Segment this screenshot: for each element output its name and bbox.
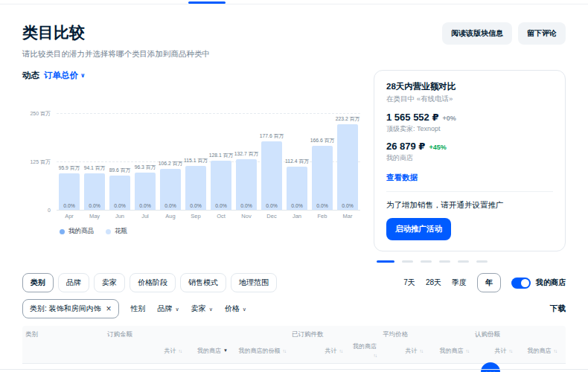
toggle-switch[interactable] bbox=[511, 278, 531, 289]
chart-bar-aug[interactable]: 106.2 百万0.0% bbox=[158, 114, 183, 210]
chart-bar-jun[interactable]: 89.6 百万0.0% bbox=[107, 114, 132, 210]
chart-bar-may[interactable]: 94.1 百万0.0% bbox=[82, 114, 107, 210]
sort-icon[interactable]: ↑↓ bbox=[466, 348, 470, 354]
filter-row-secondary: 类别: 装饰和房间内饰 × 性别 品牌∨卖家∨价格∨ 下载 bbox=[22, 299, 566, 318]
chart-bar-jul[interactable]: 96.3 百万0.0% bbox=[132, 114, 158, 210]
table-subheader-7[interactable]: 共计↑↓ bbox=[472, 342, 515, 360]
x-axis-label: Nov bbox=[234, 213, 259, 219]
top-nav bbox=[0, 0, 588, 4]
download-button[interactable]: 下载 bbox=[550, 304, 566, 314]
chart-bar-nov[interactable]: 132.7 百万0.0% bbox=[234, 114, 259, 210]
card-title: 28天内营业额对比 bbox=[386, 81, 553, 92]
period-0[interactable]: 7天 bbox=[403, 278, 415, 288]
page-header: 类目比较 阅读该版块信息 留下评论 bbox=[22, 22, 566, 45]
carousel-dot-2[interactable] bbox=[421, 260, 432, 263]
table-subheader-1[interactable]: 我的商店▼ bbox=[185, 342, 231, 360]
period-3[interactable]: 年 bbox=[477, 273, 501, 292]
legend-label: 花瓶 bbox=[115, 227, 127, 236]
dropdown-label: 卖家 bbox=[191, 304, 206, 314]
close-icon[interactable]: × bbox=[106, 304, 112, 313]
read-section-info-button[interactable]: 阅读该版块信息 bbox=[442, 22, 512, 45]
filter-tab-2[interactable]: 卖家 bbox=[94, 273, 125, 292]
subheader-label: 我的商店 bbox=[440, 347, 464, 355]
filter-tab-4[interactable]: 销售模式 bbox=[180, 273, 226, 292]
bar-fill bbox=[236, 159, 257, 210]
sort-icon[interactable]: ↑↓ bbox=[554, 348, 557, 354]
sort-icon[interactable]: ↑↓ bbox=[420, 348, 424, 354]
chart-bar-mar[interactable]: 223.2 百万0.0% bbox=[335, 114, 360, 210]
carousel-dot-1[interactable] bbox=[402, 260, 413, 263]
chart-bar-oct[interactable]: 128.1 百万0.0% bbox=[208, 114, 234, 210]
table-group-header-4: 认购份额 bbox=[472, 330, 560, 342]
bar-fill bbox=[337, 124, 358, 210]
sort-icon[interactable]: ▼ bbox=[223, 348, 228, 354]
period-selector: 7天28天季度年 bbox=[403, 273, 501, 292]
top-seller-row: 1 565 552 ₽ +0% bbox=[386, 112, 553, 123]
subheader-label: 我的商店 bbox=[197, 347, 221, 355]
table-subheader-3[interactable]: 共计↑↓ bbox=[289, 342, 345, 360]
subheader-label: 共计 bbox=[325, 347, 337, 355]
sort-icon[interactable]: ↑↓ bbox=[509, 348, 513, 354]
active-tab-indicator bbox=[188, 1, 226, 4]
filter-dropdown-1[interactable]: 卖家∨ bbox=[191, 304, 213, 314]
x-axis-label: Jul bbox=[132, 213, 158, 219]
bar-value-label: 115.1 百万 bbox=[184, 157, 208, 164]
legend-label: 我的商品 bbox=[68, 227, 94, 236]
my-shop-delta: +45% bbox=[429, 144, 446, 151]
period-1[interactable]: 28天 bbox=[426, 278, 441, 288]
my-shop-row: 26 879 ₽ +45% bbox=[386, 141, 553, 152]
top-seller-delta: +0% bbox=[443, 115, 456, 122]
legend-item-0[interactable]: 我的商品 bbox=[60, 227, 94, 236]
my-shop-toggle[interactable]: 我的商店 bbox=[511, 278, 566, 289]
bar-chart: 250 百万125 百万0 95.9 百万0.0%94.1 百万0.0%89.6… bbox=[22, 114, 360, 211]
x-axis-label: Jun bbox=[107, 213, 132, 219]
carousel-dot-0[interactable] bbox=[377, 260, 394, 263]
table-group-header-1: 订购金额 bbox=[104, 330, 289, 342]
table-subheader-5[interactable]: 共计↑↓ bbox=[380, 342, 426, 360]
carousel-dot-5[interactable] bbox=[476, 260, 488, 263]
chart-bar-feb[interactable]: 166.6 百万0.0% bbox=[310, 114, 335, 210]
dynamics-label: 动态 bbox=[22, 70, 39, 81]
dropdown-label: 价格 bbox=[225, 304, 240, 314]
main-content: 类目比较 阅读该版块信息 留下评论 请比较类目的潜力并选择将哪个类目添加到商品种… bbox=[0, 22, 588, 372]
carousel-dot-3[interactable] bbox=[439, 260, 450, 263]
filter-tab-1[interactable]: 品牌 bbox=[58, 273, 89, 292]
metric-selector[interactable]: 订单总价 ∨ bbox=[44, 70, 86, 81]
active-filter-chip[interactable]: 类别: 装饰和房间内饰 × bbox=[22, 299, 119, 318]
y-axis-tick: 0 bbox=[48, 208, 51, 213]
bar-value-label: 177.6 百万 bbox=[260, 132, 284, 140]
chart-bar-jan[interactable]: 112.4 百万0.0% bbox=[284, 114, 310, 210]
chart-bar-dec[interactable]: 177.6 百万0.0% bbox=[259, 114, 284, 210]
chart-bar-sep[interactable]: 115.1 百万0.0% bbox=[183, 114, 208, 210]
gender-filter[interactable]: 性别 bbox=[131, 304, 146, 314]
table-subheader-8[interactable]: 我的商店↑↓ bbox=[515, 342, 560, 360]
filter-tab-0[interactable]: 类别 bbox=[22, 273, 54, 292]
table-subheader-4[interactable]: 我的商店↑↓ bbox=[345, 342, 380, 360]
chevron-down-icon: ∨ bbox=[176, 307, 179, 312]
x-axis-label: Jan bbox=[284, 213, 310, 219]
filter-dropdown-0[interactable]: 品牌∨ bbox=[158, 304, 179, 314]
table-subheader-2[interactable]: 我的商店的份额↑↓ bbox=[231, 342, 289, 360]
chart-bar-apr[interactable]: 95.9 百万0.0% bbox=[57, 114, 82, 210]
sort-icon[interactable]: ↑↓ bbox=[179, 348, 182, 354]
subheader-label: 我的商店 bbox=[353, 343, 377, 350]
sort-icon[interactable]: ↑↓ bbox=[374, 353, 377, 359]
filter-tab-3[interactable]: 价格阶段 bbox=[130, 273, 176, 292]
period-2[interactable]: 季度 bbox=[452, 278, 467, 288]
start-promo-button[interactable]: 启动推广活动 bbox=[386, 218, 451, 240]
table-subheader-spacer bbox=[22, 342, 104, 360]
table-subheader-6[interactable]: 我的商店↑↓ bbox=[426, 342, 472, 360]
filter-tab-5[interactable]: 地理范围 bbox=[231, 273, 277, 292]
leave-comment-button[interactable]: 留下评论 bbox=[518, 22, 566, 45]
legend-item-1[interactable]: 花瓶 bbox=[106, 227, 127, 236]
sort-icon[interactable]: ↑↓ bbox=[339, 348, 343, 354]
filter-dropdown-2[interactable]: 价格∨ bbox=[225, 304, 246, 314]
sort-icon[interactable]: ↑↓ bbox=[283, 348, 287, 354]
subheader-label: 我的商店 bbox=[528, 347, 552, 355]
table-subheader-row: 共计↑↓我的商店▼我的商店的份额↑↓共计↑↓我的商店↑↓共计↑↓我的商店↑↓共计… bbox=[22, 342, 566, 360]
carousel-dot-4[interactable] bbox=[458, 260, 469, 263]
x-axis-label: Dec bbox=[259, 213, 284, 219]
view-data-link[interactable]: 查看数据 bbox=[386, 173, 418, 183]
table-subheader-0[interactable]: 共计↑↓ bbox=[104, 342, 185, 360]
bottom-divider bbox=[0, 369, 588, 370]
